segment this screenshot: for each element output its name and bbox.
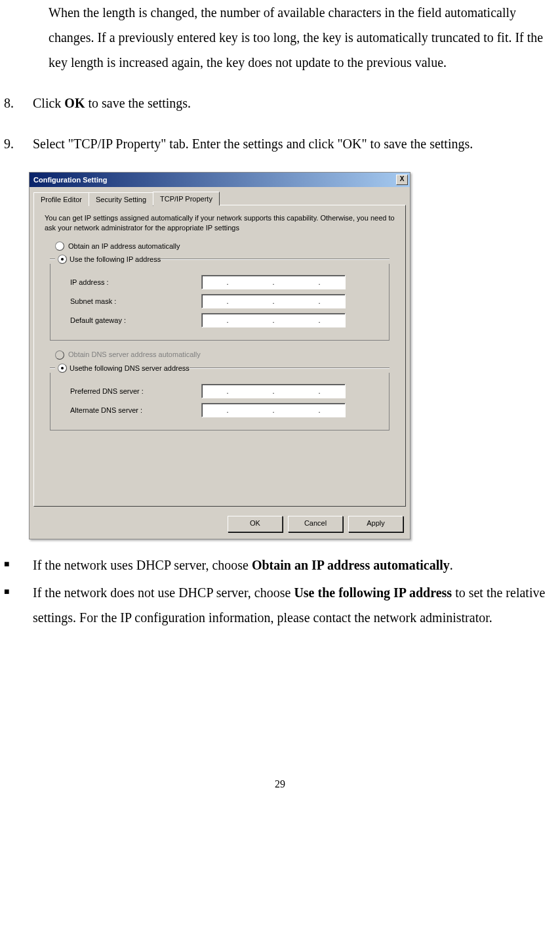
tab-security-setting[interactable]: Security Setting <box>89 192 153 206</box>
configuration-setting-dialog: Configuration Setting X Profile Editor S… <box>29 172 410 539</box>
step-9: 9. Select "TCP/IP Property" tab. Enter t… <box>0 131 560 156</box>
radio-icon <box>55 242 64 251</box>
text: If the network uses DHCP server, choose <box>33 558 252 572</box>
input-subnet-mask[interactable]: ... <box>201 294 346 308</box>
step-text: Select "TCP/IP Property" tab. Enter the … <box>33 131 560 156</box>
radio-icon[interactable] <box>58 364 67 373</box>
input-alternate-dns[interactable]: ... <box>201 403 346 417</box>
radio-label-use-dns[interactable]: Usethe following DNS server address <box>70 364 190 373</box>
radio-label: Obtain an IP address automatically <box>68 242 180 251</box>
description-text: You can get IP settings assigned automat… <box>45 213 395 232</box>
step-number: 9. <box>0 131 33 156</box>
label-default-gateway: Default gateway : <box>70 316 201 325</box>
ok-button[interactable]: OK <box>228 516 283 532</box>
titlebar: Configuration Setting X <box>30 173 410 187</box>
radio-icon[interactable] <box>58 255 67 264</box>
label-alternate-dns: Alternate DNS server : <box>70 406 201 415</box>
field-subnet-mask: Subnet mask : ... <box>70 294 381 308</box>
bold-use-ip: Use the following IP address <box>294 585 452 600</box>
input-default-gateway[interactable]: ... <box>201 313 346 327</box>
tab-tcpip-property[interactable]: TCP/IP Property <box>153 192 220 205</box>
radio-icon <box>55 350 64 360</box>
text: If the network does not use DHCP server,… <box>33 585 294 600</box>
bold-obtain-ip: Obtain an IP address automatically <box>252 558 450 572</box>
tab-profile-editor[interactable]: Profile Editor <box>33 192 89 206</box>
step-text: Click OK to save the settings. <box>33 91 560 116</box>
bullet-icon: ■ <box>0 553 33 578</box>
radio-label-use-ip[interactable]: Use the following IP address <box>70 255 161 264</box>
field-alternate-dns: Alternate DNS server : ... <box>70 403 381 417</box>
step-8: 8. Click OK to save the settings. <box>0 91 560 116</box>
field-default-gateway: Default gateway : ... <box>70 313 381 327</box>
group-dns-settings: Preferred DNS server : ... Alternate DNS… <box>50 373 390 430</box>
step-number: 8. <box>0 91 33 116</box>
dialog-title: Configuration Setting <box>33 175 107 184</box>
radio-label: Obtain DNS server address automatically <box>68 350 201 359</box>
tab-body: You can get IP settings assigned automat… <box>33 205 406 507</box>
group-ip-settings: IP address : ... Subnet mask : ... Defau… <box>50 264 390 341</box>
bullet-text: If the network does not use DHCP server,… <box>33 580 560 630</box>
bullet-no-dhcp: ■ If the network does not use DHCP serve… <box>0 580 560 630</box>
bold-ok: OK <box>64 96 85 110</box>
group-legend-dns: Usethe following DNS server address <box>50 364 390 373</box>
apply-button[interactable]: Apply <box>348 516 403 532</box>
paragraph-key-length: When the length is changed, the number o… <box>49 0 560 75</box>
field-ip-address: IP address : ... <box>70 275 381 289</box>
label-preferred-dns: Preferred DNS server : <box>70 387 201 396</box>
group-legend-ip: Use the following IP address <box>50 255 390 264</box>
field-preferred-dns: Preferred DNS server : ... <box>70 384 381 398</box>
dialog-buttons: OK Cancel Apply <box>30 511 410 539</box>
page-number: 29 <box>0 774 560 794</box>
tab-row: Profile Editor Security Setting TCP/IP P… <box>30 187 410 205</box>
bullet-dhcp: ■ If the network uses DHCP server, choos… <box>0 553 560 578</box>
text: Click <box>33 96 64 110</box>
text: to save the settings. <box>85 96 191 110</box>
close-button[interactable]: X <box>396 175 408 185</box>
label-ip-address: IP address : <box>70 278 201 287</box>
radio-obtain-dns: Obtain DNS server address automatically <box>55 350 395 359</box>
input-ip-address[interactable]: ... <box>201 275 346 289</box>
radio-obtain-ip[interactable]: Obtain an IP address automatically <box>55 242 395 251</box>
text: . <box>450 558 453 572</box>
input-preferred-dns[interactable]: ... <box>201 384 346 398</box>
bullet-icon: ■ <box>0 580 33 630</box>
cancel-button[interactable]: Cancel <box>288 516 343 532</box>
label-subnet-mask: Subnet mask : <box>70 297 201 306</box>
bullet-text: If the network uses DHCP server, choose … <box>33 553 560 578</box>
